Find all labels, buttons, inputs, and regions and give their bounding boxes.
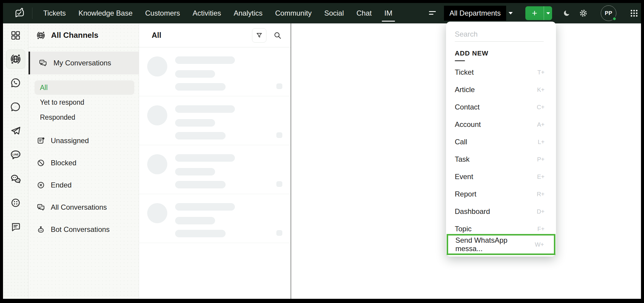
menu-item-dashboard[interactable]: Dashboard D+ bbox=[446, 203, 556, 220]
nav-item-customers[interactable]: Customers bbox=[145, 3, 180, 23]
sidebar-header: All Channels bbox=[29, 23, 139, 47]
nav-item-chat[interactable]: Chat bbox=[357, 3, 372, 23]
messenger-icon bbox=[10, 101, 21, 112]
menu-item-send-whatsapp-message-highlighted[interactable]: Send WhatsApp messa... W+ bbox=[447, 234, 555, 255]
sidebar-item-ended[interactable]: Ended bbox=[29, 174, 139, 196]
sidebar-item-bot-conversations[interactable]: Bot Conversations bbox=[29, 218, 139, 241]
sidebar-item-unassigned[interactable]: Unassigned bbox=[29, 130, 139, 152]
nav-item-analytics[interactable]: Analytics bbox=[234, 3, 263, 23]
chevron-down-icon bbox=[509, 12, 513, 14]
night-mode-button[interactable] bbox=[563, 9, 571, 17]
gear-icon bbox=[579, 8, 588, 18]
rail-all-channels-button[interactable] bbox=[6, 50, 25, 69]
zoho-desk-logo-icon[interactable] bbox=[14, 8, 24, 19]
sidebar-item-all-conversations[interactable]: All Conversations bbox=[29, 196, 139, 218]
add-new-dropdown-button[interactable] bbox=[544, 6, 552, 20]
skeleton-avatar bbox=[147, 203, 167, 223]
nav-item-activities[interactable]: Activities bbox=[193, 3, 221, 23]
sidebar-item-my-conversations[interactable]: My Conversations bbox=[29, 52, 139, 74]
whatsapp-icon bbox=[10, 77, 21, 88]
menu-item-article[interactable]: Article K+ bbox=[446, 81, 556, 98]
menu-item-ticket[interactable]: Ticket T+ bbox=[446, 64, 556, 81]
conversations-icon bbox=[38, 58, 47, 68]
menu-item-label: Account bbox=[455, 120, 481, 129]
department-selector[interactable]: All Departments bbox=[444, 6, 513, 21]
list-view-title: All bbox=[152, 31, 161, 40]
nav-menu: Tickets Knowledge Base Customers Activit… bbox=[43, 3, 392, 23]
all-channels-globe-icon bbox=[10, 53, 22, 65]
sidebar-item-blocked[interactable]: Blocked bbox=[29, 152, 139, 174]
skeleton-line bbox=[175, 83, 226, 91]
modules-grid-icon bbox=[10, 30, 21, 41]
rail-telegram-button[interactable] bbox=[7, 122, 24, 139]
list-search-button[interactable] bbox=[273, 31, 282, 40]
skeleton-line bbox=[175, 230, 226, 237]
skeleton-badge bbox=[276, 181, 282, 187]
nav-item-im-active[interactable]: IM bbox=[384, 3, 392, 23]
menu-item-account[interactable]: Account A+ bbox=[446, 116, 556, 133]
skeleton-avatar bbox=[147, 105, 167, 125]
svg-text:LINE: LINE bbox=[13, 153, 19, 156]
rail-whatsapp-button[interactable] bbox=[7, 74, 24, 91]
nav-item-social[interactable]: Social bbox=[324, 3, 344, 23]
nav-item-community[interactable]: Community bbox=[275, 3, 311, 23]
sidebar-item-label: Blocked bbox=[51, 159, 76, 167]
list-panel-header: All bbox=[139, 23, 290, 47]
rail-modules-button[interactable] bbox=[7, 27, 24, 44]
skeleton-avatar bbox=[147, 56, 167, 76]
filter-yet-to-respond[interactable]: Yet to respond bbox=[29, 95, 139, 110]
top-navigation-bar: Tickets Knowledge Base Customers Activit… bbox=[3, 3, 641, 23]
menu-item-contact[interactable]: Contact C+ bbox=[446, 98, 556, 116]
menu-item-shortcut: D+ bbox=[537, 208, 545, 215]
menu-item-call[interactable]: Call L+ bbox=[446, 133, 556, 151]
conversation-skeleton-row bbox=[139, 145, 290, 194]
filter-label: All bbox=[40, 84, 48, 92]
menu-item-task[interactable]: Task P+ bbox=[446, 151, 556, 168]
sidebar-item-label: My Conversations bbox=[53, 59, 111, 67]
rail-custom-channel-button[interactable] bbox=[7, 194, 24, 211]
conversations-sidebar: All Channels My Conversations All Yet to… bbox=[29, 23, 139, 299]
moon-icon bbox=[563, 9, 571, 17]
skeleton-line bbox=[175, 168, 215, 176]
sidebar-title: All Channels bbox=[51, 31, 98, 40]
conversations-icon bbox=[36, 203, 45, 212]
sidebar-items: Unassigned Blocked Ended bbox=[29, 130, 139, 241]
sms-icon bbox=[10, 221, 21, 232]
department-selector-label[interactable]: All Departments bbox=[444, 6, 506, 21]
nav-right-cluster: All Departments + PP bbox=[429, 5, 639, 21]
avatar[interactable]: PP bbox=[601, 5, 616, 21]
conversation-list-panel: All bbox=[139, 23, 291, 299]
menu-item-label: Contact bbox=[455, 103, 480, 111]
menu-item-shortcut: E+ bbox=[537, 173, 545, 180]
menu-section-label: ADD NEW bbox=[455, 50, 556, 57]
recent-items-icon[interactable] bbox=[429, 10, 436, 16]
skeleton-badge bbox=[276, 132, 282, 138]
wechat-icon bbox=[10, 173, 22, 185]
apps-launcher-button[interactable] bbox=[630, 9, 639, 18]
filter-all-selected[interactable]: All bbox=[35, 80, 134, 95]
sidebar-item-label: Ended bbox=[51, 181, 71, 189]
skeleton-line bbox=[175, 119, 215, 127]
rail-wechat-button[interactable] bbox=[7, 170, 24, 187]
rail-messenger-button[interactable] bbox=[7, 98, 24, 115]
skeleton-line bbox=[175, 105, 235, 113]
menu-item-shortcut: W+ bbox=[535, 241, 544, 248]
sidebar-item-label: Bot Conversations bbox=[51, 225, 110, 234]
filter-responded[interactable]: Responded bbox=[29, 110, 139, 125]
nav-item-knowledge-base[interactable]: Knowledge Base bbox=[78, 3, 132, 23]
menu-item-shortcut: A+ bbox=[537, 121, 545, 128]
avatar-initials: PP bbox=[605, 10, 612, 16]
my-conversations-filters: All Yet to respond Responded bbox=[29, 80, 139, 125]
add-new-button[interactable]: + bbox=[525, 6, 544, 20]
menu-item-shortcut: L+ bbox=[538, 139, 545, 146]
search-input[interactable] bbox=[455, 29, 544, 42]
line-icon: LINE bbox=[10, 149, 22, 161]
menu-item-event[interactable]: Event E+ bbox=[446, 168, 556, 185]
menu-item-shortcut: K+ bbox=[537, 86, 545, 93]
list-filter-button[interactable] bbox=[252, 28, 266, 43]
nav-item-tickets[interactable]: Tickets bbox=[43, 3, 66, 23]
rail-sms-button[interactable] bbox=[7, 218, 24, 235]
rail-line-button[interactable]: LINE bbox=[7, 146, 24, 163]
menu-item-report[interactable]: Report R+ bbox=[446, 185, 556, 203]
settings-button[interactable] bbox=[579, 8, 588, 18]
